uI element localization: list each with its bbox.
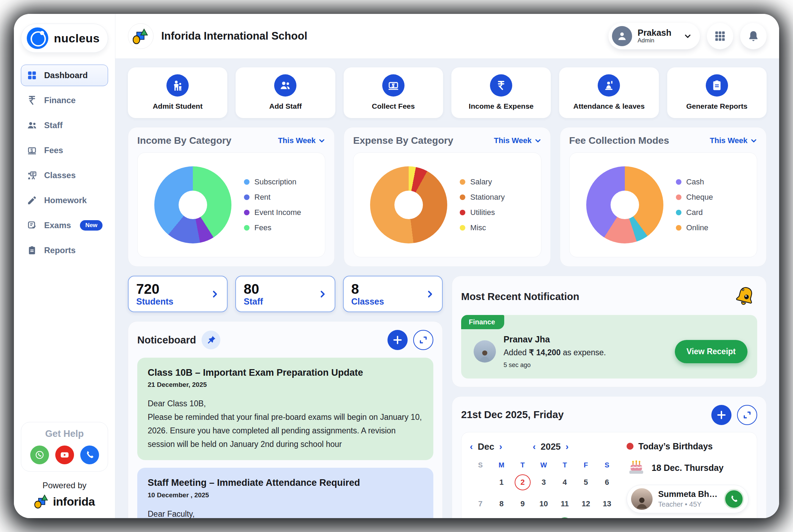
generate-reports-icon	[706, 74, 728, 97]
legend-dot	[244, 194, 250, 200]
calendar-date[interactable]: 7	[470, 496, 491, 512]
sidebar-item-staff[interactable]: Staff	[21, 115, 108, 136]
bell-icon	[747, 30, 760, 42]
next-year-button[interactable]: ›	[566, 442, 569, 451]
calendar-date[interactable]: 6	[596, 474, 618, 491]
birthdays-heading: Today’s Birthdays	[627, 441, 749, 451]
calendar-date[interactable]: 8	[491, 496, 512, 512]
legend-label: Subscription	[254, 177, 296, 186]
prev-year-button[interactable]: ‹	[533, 442, 536, 451]
prev-month-button[interactable]: ‹	[470, 442, 473, 451]
chevron-down-icon	[750, 137, 757, 144]
calendar-date[interactable]: 20	[596, 517, 618, 518]
whatsapp-help-button[interactable]	[30, 446, 49, 464]
chevron-down-icon	[684, 32, 692, 40]
legend-dot	[460, 210, 465, 215]
period-dropdown[interactable]: This Week	[710, 136, 757, 145]
calendar-day-header: T	[512, 461, 533, 469]
avatar	[612, 26, 632, 46]
calendar-date[interactable]: 11	[554, 496, 575, 512]
calendar-date[interactable]: 14	[470, 517, 491, 518]
chart-card: Expense By CategoryThis WeekSalaryStatio…	[344, 127, 550, 267]
whatsapp-button[interactable]	[724, 489, 744, 509]
stat-card-staff[interactable]: 80Staff	[235, 276, 335, 312]
sidebar: nucleus DashboardFinanceStaffFeesClasses…	[14, 14, 115, 518]
classes-icon	[27, 170, 37, 181]
calendar-month: Dec	[478, 441, 494, 452]
notice-card[interactable]: Staff Meeting – Immediate Attendance Req…	[137, 468, 433, 518]
quick-action-add-staff[interactable]: Add Staff	[236, 67, 335, 118]
sidebar-item-label: Homework	[44, 196, 87, 205]
chevron-right-icon	[210, 290, 219, 299]
legend-item: Cash	[676, 177, 713, 186]
quick-action-income-expense[interactable]: Income & Expense	[451, 67, 551, 118]
calendar-date[interactable]: 19	[575, 517, 597, 518]
add-notice-button[interactable]	[387, 330, 408, 350]
stat-card-students[interactable]: 720Students	[128, 276, 228, 312]
sidebar-item-label: Staff	[44, 120, 63, 130]
calendar-date[interactable]: 13	[596, 496, 618, 512]
sidebar-item-dashboard[interactable]: Dashboard	[21, 65, 108, 86]
legend-label: Online	[686, 223, 709, 232]
period-dropdown[interactable]: This Week	[494, 136, 541, 145]
quick-action-label: Admit Student	[153, 102, 202, 110]
sidebar-item-exams[interactable]: ExamsNew	[21, 215, 108, 236]
expand-calendar-button[interactable]	[737, 405, 757, 425]
calendar-date[interactable]: 10	[533, 496, 554, 512]
get-help-card: Get Help	[21, 422, 108, 472]
legend-item: Event Income	[244, 208, 301, 217]
profile-menu[interactable]: Prakash Admin	[608, 23, 700, 49]
sidebar-item-finance[interactable]: Finance	[21, 90, 108, 111]
calendar-day-header: S	[470, 461, 491, 469]
calendar-date[interactable]: 2	[512, 474, 533, 491]
legend-dot	[244, 210, 250, 215]
quick-action-collect-fees[interactable]: Collect Fees	[344, 67, 443, 118]
calendar-date[interactable]: 9	[512, 496, 533, 512]
expand-noticeboard-button[interactable]	[413, 330, 433, 350]
stat-label: Students	[136, 297, 173, 307]
calendar-date[interactable]: 12	[575, 496, 597, 512]
topbar: Inforida International School Prakash Ad…	[115, 14, 779, 58]
notice-card[interactable]: Class 10B – Important Exam Preparation U…	[137, 358, 433, 460]
calendar-date[interactable]: 16	[512, 517, 533, 518]
legend-item: Utilities	[460, 208, 505, 217]
calendar-date[interactable]: 3	[533, 474, 554, 491]
quick-action-generate-reports[interactable]: Generate Reports	[667, 67, 767, 118]
quick-action-attendance-leaves[interactable]: Attendance & leaves	[559, 67, 659, 118]
chevron-right-icon	[425, 290, 434, 299]
notifications-button[interactable]	[740, 23, 767, 49]
youtube-help-button[interactable]	[55, 446, 74, 464]
sidebar-item-classes[interactable]: Classes	[21, 165, 108, 186]
calendar-title: 21st Dec 2025, Friday	[461, 409, 564, 421]
sidebar-item-label: Dashboard	[44, 70, 88, 80]
new-badge: New	[80, 220, 103, 231]
fees-icon	[27, 145, 37, 156]
phone-help-button[interactable]	[80, 446, 99, 464]
quick-action-admit-student[interactable]: Admit Student	[128, 67, 227, 118]
period-dropdown[interactable]: This Week	[278, 136, 325, 145]
noticeboard-panel: Noticeboard	[128, 321, 443, 518]
calendar-date[interactable]: 5	[575, 474, 597, 491]
exams-icon	[27, 220, 37, 231]
calendar-date[interactable]: 4	[554, 474, 575, 491]
apps-grid-button[interactable]	[707, 23, 733, 49]
calendar-date[interactable]: 18	[554, 517, 575, 518]
view-receipt-button[interactable]: View Receipt	[675, 340, 747, 363]
powered-by: Powered by inforida	[21, 481, 108, 509]
sidebar-item-homework[interactable]: Homework	[21, 190, 108, 211]
next-month-button[interactable]: ›	[499, 442, 502, 451]
calendar-date[interactable]: 1	[491, 474, 512, 491]
sidebar-item-label: Reports	[44, 246, 76, 255]
sidebar-nav: DashboardFinanceStaffFeesClassesHomework…	[21, 65, 108, 261]
legend-dot	[676, 225, 681, 231]
calendar-date[interactable]: 15	[491, 517, 512, 518]
add-event-button[interactable]	[711, 405, 731, 425]
sidebar-item-reports[interactable]: Reports	[21, 240, 108, 261]
sidebar-item-fees[interactable]: Fees	[21, 140, 108, 161]
calendar-date[interactable]: 17	[533, 517, 554, 518]
stat-card-classes[interactable]: 8Classes	[343, 276, 443, 312]
legend-label: Utilities	[470, 208, 495, 217]
stat-value: 80	[244, 281, 263, 297]
stat-value: 8	[351, 281, 384, 297]
calendar-day-header: F	[575, 461, 597, 469]
